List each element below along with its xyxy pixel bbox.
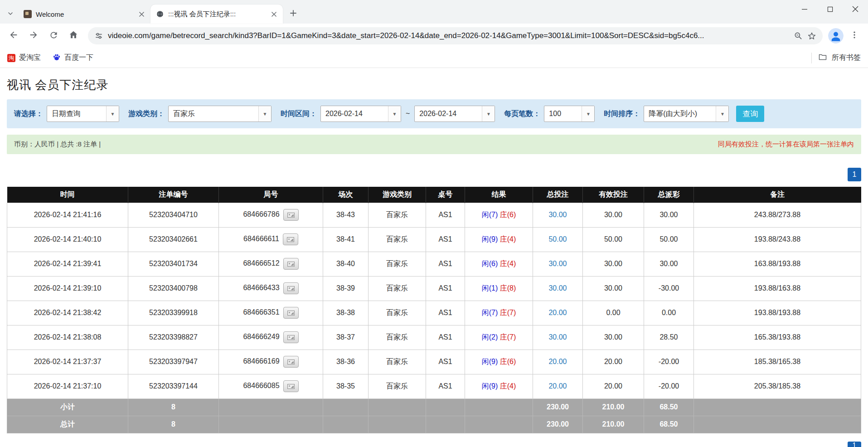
query-button[interactable]: 查询 bbox=[736, 106, 764, 122]
url-text[interactable]: videoie.com/game/betrecord_search/kind3?… bbox=[108, 31, 789, 40]
dropdown-arrow-icon: ▼ bbox=[106, 106, 119, 121]
tab-close-icon[interactable] bbox=[137, 10, 146, 19]
game-type-value: 百家乐 bbox=[169, 109, 258, 119]
table-row: 2026-02-14 21:41:16 523203404710 6846667… bbox=[7, 203, 861, 227]
video-replay-button[interactable] bbox=[283, 282, 299, 294]
result-banker: 庄(7) bbox=[500, 309, 516, 316]
all-bookmarks-label: 所有书签 bbox=[832, 53, 861, 63]
cell-table-number: AS1 bbox=[426, 276, 465, 301]
total-empty-cell bbox=[426, 416, 465, 433]
zoom-icon[interactable] bbox=[794, 31, 803, 40]
profile-avatar[interactable] bbox=[828, 28, 844, 44]
forward-arrow-icon bbox=[29, 30, 39, 42]
cell-valid-bet: 0.00 bbox=[583, 301, 644, 325]
date-start-select[interactable]: 2026-02-14 ▼ bbox=[320, 106, 401, 122]
cell-valid-bet: 30.00 bbox=[583, 252, 644, 276]
cell-game-type: 百家乐 bbox=[369, 374, 426, 398]
video-replay-button[interactable] bbox=[283, 307, 299, 319]
game-type-select[interactable]: 百家乐 ▼ bbox=[168, 106, 272, 122]
welcome-tab-favicon-icon bbox=[24, 10, 32, 18]
cell-result: 闲(2) 庄(7) bbox=[465, 325, 533, 350]
video-replay-button[interactable] bbox=[283, 233, 298, 245]
total-label: 总计 bbox=[7, 416, 128, 433]
tab-close-icon[interactable] bbox=[269, 10, 278, 19]
header-valid-bet: 有效投注 bbox=[583, 187, 644, 203]
total-bet-link[interactable]: 30.00 bbox=[548, 211, 567, 219]
sort-order-select[interactable]: 降幂(由大到小) ▼ bbox=[644, 106, 729, 122]
query-type-select[interactable]: 日期查询 ▼ bbox=[47, 106, 119, 122]
select-type-label: 请选择： bbox=[14, 109, 43, 119]
total-bet-link[interactable]: 20.00 bbox=[548, 382, 567, 390]
table-row: 2026-02-14 21:38:42 523203399918 6846663… bbox=[7, 301, 861, 325]
video-replay-button[interactable] bbox=[283, 209, 299, 221]
total-total-bet: 230.00 bbox=[533, 416, 583, 433]
video-replay-button[interactable] bbox=[283, 356, 299, 368]
back-button[interactable] bbox=[5, 27, 23, 45]
bookmarks-bar: 淘 爱淘宝 百度一下 所有书签 bbox=[0, 48, 868, 68]
browser-menu-button[interactable] bbox=[845, 27, 863, 45]
video-replay-button[interactable] bbox=[283, 380, 299, 392]
home-button[interactable] bbox=[64, 27, 82, 45]
cell-payout: 0.00 bbox=[644, 301, 694, 325]
bookmark-star-icon[interactable] bbox=[807, 31, 816, 40]
total-bet-link[interactable]: 50.00 bbox=[548, 235, 567, 243]
cell-bet-number: 523203399918 bbox=[128, 301, 219, 325]
browser-tab-betrecord[interactable]: :::视讯 会员下注纪录::: bbox=[150, 5, 283, 24]
browser-tab-welcome[interactable]: Welcome bbox=[18, 5, 150, 24]
cell-result: 闲(6) 庄(4) bbox=[465, 252, 533, 276]
video-icon bbox=[287, 237, 294, 242]
game-type-label: 游戏类别： bbox=[128, 109, 165, 119]
close-button[interactable] bbox=[843, 0, 868, 18]
per-page-select[interactable]: 100 ▼ bbox=[544, 106, 595, 122]
new-tab-button[interactable] bbox=[286, 6, 301, 22]
maximize-button[interactable] bbox=[817, 0, 843, 18]
cell-total-bet: 30.00 bbox=[533, 252, 583, 276]
video-replay-button[interactable] bbox=[283, 258, 299, 270]
cell-table-number: AS1 bbox=[426, 252, 465, 276]
total-bet-link[interactable]: 30.00 bbox=[548, 284, 567, 292]
bookmark-aitaobao[interactable]: 淘 爱淘宝 bbox=[7, 53, 41, 63]
cell-total-bet: 50.00 bbox=[533, 227, 583, 252]
bookmark-baidu[interactable]: 百度一下 bbox=[53, 53, 93, 63]
minimize-button[interactable] bbox=[792, 0, 817, 18]
result-banker: 庄(8) bbox=[500, 284, 516, 292]
total-bet-link[interactable]: 30.00 bbox=[548, 333, 567, 341]
address-bar[interactable]: videoie.com/game/betrecord_search/kind3?… bbox=[88, 27, 823, 44]
cell-time: 2026-02-14 21:39:10 bbox=[7, 276, 128, 301]
forward-button[interactable] bbox=[24, 27, 43, 45]
subtotal-total-bet: 230.00 bbox=[533, 398, 583, 416]
date-end-select[interactable]: 2026-02-14 ▼ bbox=[414, 106, 495, 122]
result-banker: 庄(6) bbox=[500, 211, 516, 219]
video-replay-button[interactable] bbox=[283, 331, 299, 343]
total-bet-link[interactable]: 30.00 bbox=[548, 260, 567, 267]
cell-total-bet: 20.00 bbox=[533, 301, 583, 325]
cell-round-number: 684666169 bbox=[219, 350, 323, 374]
pagination-top: 1 bbox=[7, 168, 861, 181]
page-1-button-bottom[interactable]: 1 bbox=[848, 442, 861, 447]
tab-search-button[interactable] bbox=[3, 5, 18, 24]
cell-time: 2026-02-14 21:40:10 bbox=[7, 227, 128, 252]
cell-bet-number: 523203401734 bbox=[128, 252, 219, 276]
cell-round-number: 684666249 bbox=[219, 325, 323, 350]
refresh-button[interactable] bbox=[44, 27, 63, 45]
cell-bet-number: 523203404710 bbox=[128, 203, 219, 227]
subtotal-row: 小计 8 230.00 210.00 68.50 bbox=[7, 398, 861, 416]
all-bookmarks-button[interactable]: 所有书签 bbox=[811, 53, 861, 63]
three-dots-icon bbox=[850, 30, 859, 41]
total-empty-cell bbox=[694, 416, 861, 433]
browser-tab-strip: Welcome :::视讯 会员下注纪录::: bbox=[0, 0, 868, 24]
total-bet-link[interactable]: 20.00 bbox=[548, 309, 567, 316]
site-settings-icon[interactable] bbox=[94, 31, 103, 40]
result-banker: 庄(6) bbox=[500, 358, 516, 365]
page-1-button[interactable]: 1 bbox=[848, 168, 861, 181]
cell-round-number: 684666351 bbox=[219, 301, 323, 325]
subtotal-valid-bet: 210.00 bbox=[583, 398, 644, 416]
header-bet-number: 注单编号 bbox=[128, 187, 219, 203]
cell-total-bet: 20.00 bbox=[533, 374, 583, 398]
total-bet-link[interactable]: 20.00 bbox=[548, 358, 567, 365]
cell-payout: 50.00 bbox=[644, 227, 694, 252]
bookmark-label: 百度一下 bbox=[64, 53, 93, 63]
round-number: 684666786 bbox=[243, 210, 279, 218]
sort-order-label: 时间排序： bbox=[604, 109, 640, 119]
cell-time: 2026-02-14 21:38:42 bbox=[7, 301, 128, 325]
